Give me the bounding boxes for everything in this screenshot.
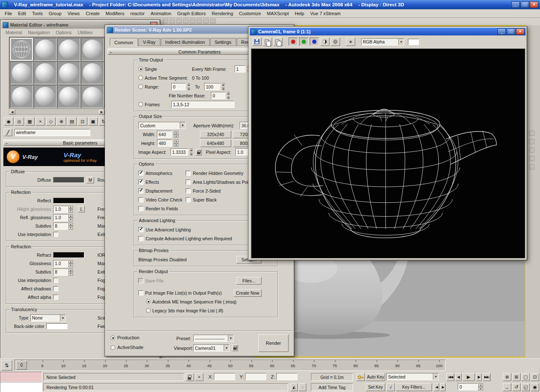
material-slot[interactable] bbox=[57, 62, 80, 84]
diffuse-swatch[interactable] bbox=[53, 177, 84, 183]
close-button[interactable]: × bbox=[530, 1, 538, 8]
super-black-checkbox[interactable] bbox=[186, 197, 191, 202]
displacement-checkbox[interactable] bbox=[138, 188, 143, 193]
use-advanced-lighting-checkbox[interactable] bbox=[138, 227, 143, 232]
menu-vue-7-xstream[interactable]: Vue 7 xStream bbox=[307, 10, 343, 17]
camera-maximize-button[interactable]: □ bbox=[507, 28, 515, 35]
area-lights-shadows-as-points-checkbox[interactable] bbox=[186, 180, 191, 185]
material-slot[interactable] bbox=[10, 38, 33, 61]
selection-lock-toggle[interactable] bbox=[186, 373, 194, 381]
field-of-view-button[interactable]: ◉ bbox=[531, 383, 539, 391]
affect-shadows-checkbox[interactable] bbox=[53, 286, 58, 291]
use-interpolation-checkbox[interactable] bbox=[53, 278, 58, 283]
material-slot[interactable] bbox=[34, 62, 57, 84]
material-editor-menu-options[interactable]: Options bbox=[53, 30, 75, 35]
tab-settings[interactable]: Settings bbox=[210, 38, 236, 46]
atmospherics-checkbox[interactable] bbox=[138, 171, 143, 176]
next-frame-button[interactable]: |▶ bbox=[476, 373, 482, 381]
use-interpolation-checkbox[interactable] bbox=[53, 232, 58, 237]
side-toolbar-icon[interactable] bbox=[529, 131, 535, 136]
absolute-offset-toggle[interactable]: + bbox=[195, 373, 203, 381]
tab-common[interactable]: Common bbox=[110, 38, 138, 46]
range-from-spinner[interactable]: ▴▾ bbox=[186, 83, 191, 90]
side-toolbar-icon[interactable] bbox=[529, 164, 535, 169]
range-from-field[interactable]: 0 bbox=[171, 83, 186, 90]
set-key-button[interactable]: Set Key bbox=[366, 383, 385, 391]
menu-maxscript[interactable]: MAXScript bbox=[264, 10, 292, 17]
zoom-extents-button[interactable]: ▢ bbox=[521, 373, 530, 381]
create-now-button[interactable]: Create Now bbox=[234, 289, 262, 297]
arc-rotate-button[interactable]: ↺ bbox=[512, 383, 521, 391]
pan-button[interactable]: ↔ bbox=[503, 383, 511, 391]
time-slider-handle[interactable]: 0 bbox=[16, 361, 27, 370]
current-frame-spinner[interactable]: ▴▾ bbox=[478, 383, 483, 390]
copy-image-button[interactable] bbox=[263, 38, 272, 46]
make-material-copy-icon[interactable]: ◇ bbox=[46, 117, 56, 126]
legacy-ifl-radio[interactable] bbox=[146, 308, 151, 313]
save-bitmap-button[interactable] bbox=[252, 38, 262, 46]
current-frame-field[interactable]: 0 bbox=[458, 383, 478, 390]
blue-channel-button[interactable] bbox=[310, 38, 319, 46]
material-slot[interactable] bbox=[57, 85, 80, 108]
width-field[interactable]: 640 bbox=[157, 131, 172, 138]
output-size-preset-dropdown[interactable]: Custom▾ bbox=[138, 122, 186, 129]
time-ruler[interactable]: 0 51015202530354045505560657075808590951… bbox=[14, 360, 446, 371]
material-editor-menu-navigation[interactable]: Navigation bbox=[25, 30, 53, 35]
activeshade-radio[interactable] bbox=[111, 345, 115, 350]
key-filters-button[interactable]: Key Filters... bbox=[396, 383, 432, 391]
maxscript-mini-listener-white[interactable] bbox=[0, 382, 42, 392]
previous-frame-button[interactable]: ◀| bbox=[455, 373, 461, 381]
material-slot[interactable] bbox=[10, 62, 33, 84]
make-unique-icon[interactable]: ⊕ bbox=[57, 117, 66, 126]
next-key-button[interactable]: ▶ bbox=[440, 383, 446, 391]
preset-dropdown[interactable]: --------------------▾ bbox=[193, 335, 234, 342]
set-key-mode-button[interactable] bbox=[356, 373, 365, 381]
subdivs-field[interactable]: 8 bbox=[53, 268, 68, 276]
main-toolbar-icon[interactable] bbox=[190, 19, 195, 24]
main-toolbar-icon[interactable] bbox=[210, 19, 216, 24]
spinner[interactable]: ▴▾ bbox=[68, 214, 73, 221]
go-to-end-button[interactable]: ▶▶| bbox=[483, 373, 491, 381]
material-slot[interactable] bbox=[34, 38, 57, 61]
material-editor-menu-utilities[interactable]: Utilities bbox=[75, 30, 95, 35]
type-dropdown[interactable]: None▾ bbox=[30, 314, 66, 322]
material-slots-scrollbar[interactable]: ◀ ▶ bbox=[9, 109, 105, 115]
open-mini-curve-editor-button[interactable]: ⇅ bbox=[1, 360, 12, 371]
main-toolbar-icon[interactable] bbox=[203, 19, 209, 24]
pixel-aspect-field[interactable]: 1.0 bbox=[235, 148, 248, 156]
back-side-color-swatch[interactable] bbox=[46, 323, 68, 329]
maximize-button[interactable]: □ bbox=[521, 1, 529, 8]
previous-key-button[interactable]: ◀ bbox=[434, 383, 439, 391]
clone-window-button[interactable] bbox=[273, 38, 283, 46]
compute-advanced-lighting-when-required-checkbox[interactable] bbox=[138, 236, 143, 241]
clear-button[interactable]: × bbox=[346, 38, 355, 46]
side-toolbar-icon[interactable] bbox=[529, 156, 535, 161]
glossiness-field[interactable]: 1.0 bbox=[53, 260, 68, 267]
material-slot[interactable] bbox=[34, 85, 57, 108]
viewport-lock-icon[interactable] bbox=[232, 344, 238, 351]
menu-customize[interactable]: Customize bbox=[236, 10, 264, 17]
image-aspect-lock-icon[interactable] bbox=[196, 149, 202, 156]
hilight-glossiness-field[interactable]: 1.0 bbox=[53, 206, 68, 213]
monochrome-button[interactable] bbox=[320, 38, 329, 46]
render-hidden-geometry-checkbox[interactable] bbox=[186, 171, 191, 176]
menu-modifiers[interactable]: Modifiers bbox=[103, 10, 127, 17]
green-channel-button[interactable] bbox=[299, 38, 308, 46]
add-time-tag[interactable]: Add Time Tag bbox=[311, 383, 353, 391]
adaptive-degradation-toggle[interactable]: ◭ bbox=[290, 383, 298, 391]
file-number-base-spinner[interactable]: ▴▾ bbox=[226, 92, 231, 99]
files-button[interactable]: Files... bbox=[236, 277, 262, 285]
pick-material-eyedropper-icon[interactable]: ╱ bbox=[4, 129, 12, 136]
spinner[interactable]: ▴▾ bbox=[68, 223, 73, 230]
material-slot[interactable] bbox=[81, 62, 104, 84]
single-radio[interactable] bbox=[138, 67, 143, 71]
image-aspect-spinner[interactable]: ▴▾ bbox=[189, 148, 194, 156]
auto-key-button[interactable]: Auto Key bbox=[366, 373, 385, 381]
notification-icon[interactable]: ◌ bbox=[299, 383, 306, 391]
file-number-base-field[interactable]: 0 bbox=[211, 92, 225, 99]
x-coordinate-field[interactable] bbox=[214, 373, 235, 380]
menu-rendering[interactable]: Rendering bbox=[209, 10, 236, 17]
reflect-swatch[interactable] bbox=[53, 198, 84, 204]
camera-window-titlebar[interactable]: Camera01, frame 0 (1:1) _ □ × bbox=[250, 28, 526, 35]
effects-checkbox[interactable] bbox=[138, 180, 143, 185]
